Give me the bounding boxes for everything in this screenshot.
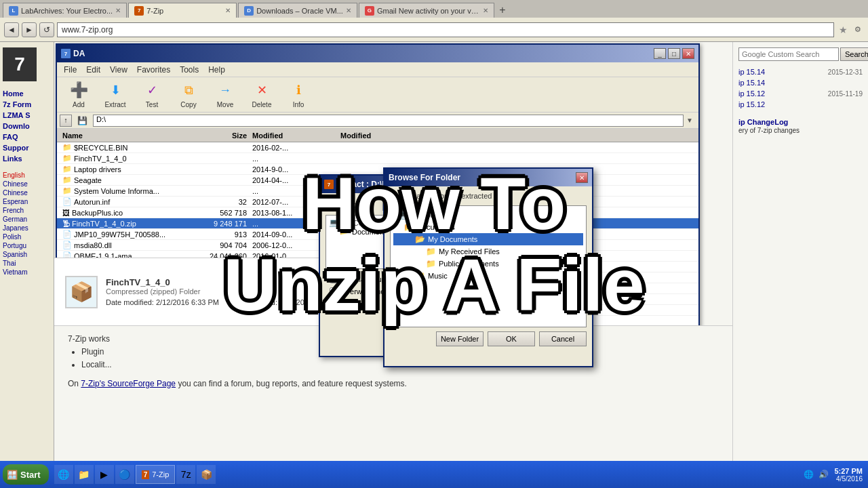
- lang-japanese[interactable]: Japanes: [3, 224, 51, 232]
- tab-gmail-close[interactable]: ✕: [483, 7, 488, 14]
- overwrite-checkbox[interactable]: [330, 287, 338, 296]
- menu-file[interactable]: File: [60, 64, 81, 76]
- lang-spanish[interactable]: Spanish: [3, 250, 51, 259]
- taskbar-7zip2-icon[interactable]: 7z: [176, 465, 195, 484]
- table-row[interactable]: 📁 FinchTV_1_4_0 ...: [57, 153, 698, 164]
- file-date: 2014-9-0...: [250, 165, 338, 174]
- website-sidebar: 7 Home 7z Form LZMA S Downlo FAQ Suppor …: [0, 42, 54, 488]
- search-button[interactable]: Search: [840, 47, 868, 61]
- col-modified[interactable]: Modified: [250, 131, 338, 140]
- lang-chinese2[interactable]: Chinese: [3, 188, 51, 197]
- lang-french[interactable]: French: [3, 206, 51, 215]
- extract-label: Extract: [104, 101, 125, 108]
- version-link-1514b[interactable]: ip 15.14: [738, 77, 765, 88]
- computer-icon: 💻: [396, 210, 406, 220]
- tree-item-public[interactable]: 📁 Public Documents: [393, 258, 583, 270]
- file-name: 📁 Laptop drivers: [60, 165, 195, 174]
- nav-lzma[interactable]: LZMA S: [3, 110, 51, 121]
- lang-german[interactable]: German: [3, 215, 51, 224]
- lang-vietnamese[interactable]: Vietnam: [3, 268, 51, 277]
- tree-item-mydocs[interactable]: 📂 My Documents: [393, 233, 583, 245]
- taskbar-explorer-icon[interactable]: 📁: [75, 465, 94, 484]
- nav-links[interactable]: Links: [3, 153, 51, 164]
- nav-home[interactable]: Home: [3, 88, 51, 99]
- browse-cancel-button[interactable]: Cancel: [539, 331, 587, 346]
- maximize-button[interactable]: □: [668, 48, 680, 59]
- tab-labarchives-close[interactable]: ✕: [115, 7, 121, 14]
- search-input[interactable]: [738, 47, 839, 61]
- folder-open-icon: 📂: [415, 235, 425, 244]
- lang-portuguese[interactable]: Portugu: [3, 241, 51, 250]
- path-up-button[interactable]: ↑: [60, 115, 72, 127]
- tab-gmail[interactable]: G Gmail New activity on your vid... ✕: [359, 3, 494, 18]
- toolbar-move[interactable]: → Move: [209, 80, 241, 110]
- browse-new-folder-button[interactable]: New Folder: [436, 331, 484, 346]
- browse-ok-button[interactable]: OK: [488, 331, 535, 346]
- tab-7zip[interactable]: 7 7-Zip ✕: [128, 3, 237, 18]
- tree-item-computer[interactable]: 💻 My Computer: [393, 209, 583, 221]
- taskbar-wmp-icon[interactable]: ▶: [95, 465, 114, 484]
- toolbar-delete[interactable]: ✕ Delete: [245, 80, 278, 110]
- version-link-1514a[interactable]: ip 15.14: [738, 66, 765, 77]
- sourceforge-link[interactable]: 7-Zip's SourceForge Page: [81, 379, 176, 388]
- close-button[interactable]: ✕: [682, 48, 694, 59]
- nav-download[interactable]: Downlo: [3, 121, 51, 131]
- browse-dialog-close[interactable]: ✕: [576, 172, 588, 183]
- path-dropdown-icon[interactable]: ▼: [686, 117, 696, 124]
- eliminate-dupes-checkbox[interactable]: [330, 275, 338, 283]
- changelog-link[interactable]: ip ChangeLog: [738, 118, 863, 126]
- lang-english[interactable]: English: [3, 171, 51, 180]
- taskbar-7zip3-icon[interactable]: 📦: [197, 465, 216, 484]
- menu-tools[interactable]: Tools: [176, 64, 203, 76]
- version-link-1512a[interactable]: ip 15.12: [738, 88, 765, 99]
- tree-item-music[interactable]: 📁 Music: [393, 270, 583, 282]
- tab-labarchives[interactable]: L LabArchives: Your Electro... ✕: [3, 3, 127, 18]
- table-row[interactable]: 📁 $RECYCLE.BIN 2016-02-...: [57, 142, 698, 153]
- tree-item-received[interactable]: 📁 My Received Files: [393, 245, 583, 258]
- nav-links: Home 7z Form LZMA S Downlo FAQ Suppor Li…: [3, 88, 51, 164]
- website-paragraph2: On 7-Zip's SourceForge Page you can find…: [68, 378, 719, 390]
- taskbar-ie-icon[interactable]: 🌐: [54, 465, 73, 484]
- ie-options-icon[interactable]: ⚙: [852, 25, 864, 34]
- bookmark-icon[interactable]: ★: [837, 24, 849, 36]
- menu-favorites[interactable]: Favorites: [133, 64, 174, 76]
- lang-thai[interactable]: Thai: [3, 259, 51, 268]
- table-row[interactable]: 📁 Laptop drivers 2014-9-0...: [57, 164, 698, 175]
- back-button[interactable]: ◄: [4, 22, 19, 37]
- taskbar-chrome-icon[interactable]: 🔵: [115, 465, 134, 484]
- col-size[interactable]: Size: [195, 131, 250, 140]
- nav-support[interactable]: Suppor: [3, 142, 51, 153]
- version-link-1512b[interactable]: ip 15.12: [738, 99, 765, 110]
- col-name[interactable]: Name: [60, 131, 195, 140]
- address-bar[interactable]: www.7-zip.org: [57, 22, 834, 37]
- lang-chinese1[interactable]: Chinese: [3, 180, 51, 188]
- path-input[interactable]: D:\: [93, 115, 684, 127]
- tree-item-documents[interactable]: 📂 Documents: [393, 221, 583, 233]
- toolbar-copy[interactable]: ⧉ Copy: [172, 80, 205, 110]
- lang-esperanto[interactable]: Esperan: [3, 197, 51, 206]
- toolbar-add[interactable]: ➕ Add: [62, 80, 95, 110]
- nav-7zformat[interactable]: 7z Form: [3, 99, 51, 110]
- new-tab-btn[interactable]: +: [496, 3, 509, 18]
- lang-polish[interactable]: Polish: [3, 232, 51, 241]
- menu-view[interactable]: View: [106, 64, 132, 76]
- taskbar-app-7zip[interactable]: 7 7-Zip: [136, 465, 176, 484]
- toolbar-info[interactable]: ℹ Info: [282, 80, 315, 110]
- menu-help[interactable]: Help: [204, 64, 229, 76]
- forward-button[interactable]: ►: [22, 22, 37, 37]
- minimize-button[interactable]: _: [654, 48, 666, 59]
- start-button[interactable]: 🪟 Start: [3, 464, 49, 485]
- toolbar-extract[interactable]: ⬇ Extract: [99, 80, 132, 110]
- system-tray: 🌐 🔊: [803, 469, 829, 480]
- tab-downloads-close[interactable]: ✕: [346, 7, 351, 14]
- copy-icon: ⧉: [179, 81, 198, 100]
- nav-faq[interactable]: FAQ: [3, 131, 51, 142]
- tab-7zip-close[interactable]: ✕: [225, 7, 231, 14]
- tab-labarchives-icon: L: [9, 6, 18, 16]
- toolbar-test[interactable]: ✓ Test: [136, 80, 168, 110]
- version-row-4: ip 15.12: [738, 99, 863, 110]
- taskbar-apps: 🌐 📁 ▶ 🔵 7 7-Zip 7z 📦: [54, 465, 216, 484]
- refresh-button[interactable]: ↺: [39, 22, 54, 37]
- tab-downloads[interactable]: D Downloads – Oracle VM... ✕: [238, 3, 357, 18]
- menu-edit[interactable]: Edit: [82, 64, 104, 76]
